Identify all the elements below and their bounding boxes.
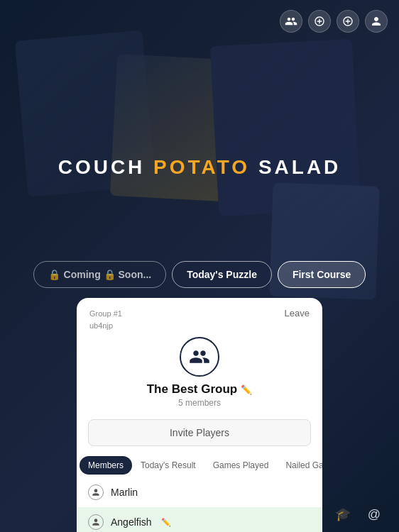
nav-buttons: 🔒 Coming 🔒 Soon... Today's Puzzle First … — [0, 261, 399, 288]
at-sign-icon[interactable]: @ — [364, 504, 385, 525]
group-edit-icon[interactable]: ✏️ — [241, 384, 252, 395]
group-number: Group #1 — [89, 308, 122, 320]
main-title: COUCH POTATO SALAD — [0, 156, 399, 179]
bottom-bar: 🎓 @ — [0, 497, 399, 532]
coming-soon-button[interactable]: 🔒 Coming 🔒 Soon... — [33, 261, 167, 288]
group-info: Group #1 ub4njp — [89, 308, 122, 331]
first-course-button[interactable]: First Course — [278, 261, 366, 288]
graduation-icon[interactable]: 🎓 — [332, 504, 354, 525]
panel-header: Group #1 ub4njp Leave — [77, 298, 322, 331]
leave-button[interactable]: Leave — [285, 308, 310, 318]
group-name-text: The Best Group — [147, 382, 238, 397]
title-salad: SALAD — [250, 156, 341, 178]
group-name-row: The Best Group ✏️ — [147, 382, 253, 397]
coming-soon-lock-icon: 🔒 — [48, 269, 60, 280]
tab-games-played[interactable]: Games Played — [204, 456, 278, 475]
tab-members[interactable]: Members — [80, 456, 132, 475]
today-puzzle-button[interactable]: Today's Puzzle — [172, 261, 272, 288]
profile-icon[interactable] — [365, 10, 388, 33]
today-puzzle-label: Today's Puzzle — [187, 269, 257, 280]
invite-players-button[interactable]: Invite Players — [88, 419, 311, 446]
group-avatar — [180, 337, 219, 377]
tabs-row: Members Today's Result Games Played Nail… — [77, 456, 322, 475]
group-code: ub4njp — [89, 320, 122, 332]
panel-avatar-area: The Best Group ✏️ 5 members — [77, 331, 322, 411]
top-bar-icons — [280, 10, 388, 33]
coming-soon-label: Coming 🔒 Soon... — [64, 269, 152, 280]
add-icon[interactable] — [337, 10, 359, 33]
member-count: 5 members — [178, 398, 221, 408]
tab-nailed-games[interactable]: Nailed Games — [277, 456, 322, 475]
group-icon[interactable] — [280, 10, 302, 33]
title-potato: POTATO — [153, 156, 250, 178]
first-course-label: First Course — [293, 269, 351, 280]
title-area: COUCH POTATO SALAD — [0, 156, 399, 179]
tab-todays-result[interactable]: Today's Result — [132, 456, 204, 475]
add-group-icon[interactable] — [308, 10, 331, 33]
top-bar — [0, 0, 399, 43]
title-couch: COUCH — [58, 156, 153, 178]
